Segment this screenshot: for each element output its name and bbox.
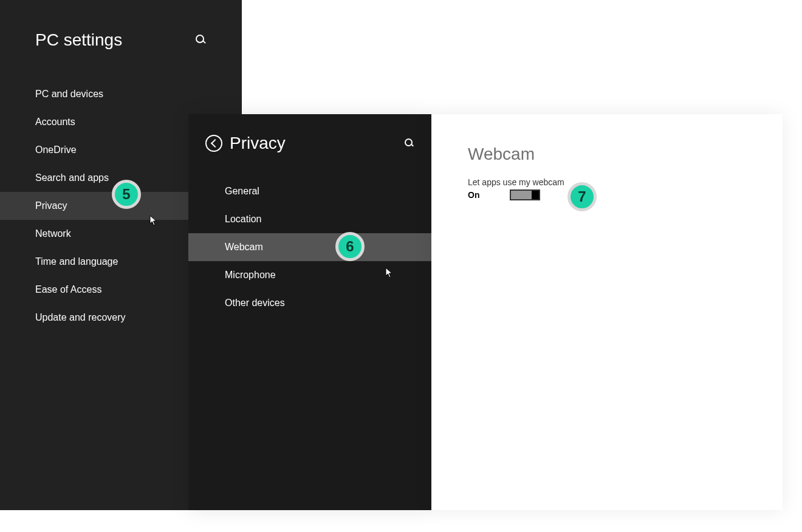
privacy-item-general[interactable]: General [188,177,431,205]
webcam-toggle-switch[interactable] [510,189,540,200]
privacy-item-microphone[interactable]: Microphone [188,261,431,289]
privacy-panel: Privacy General Location Webcam Micropho… [188,114,431,510]
back-icon[interactable] [205,135,222,152]
privacy-item-webcam[interactable]: Webcam [188,233,431,261]
webcam-toggle-state: On [468,190,479,200]
back-arrow-icon [210,139,219,148]
cursor-icon [149,215,158,226]
privacy-item-other-devices[interactable]: Other devices [188,289,431,317]
cursor-icon [385,267,394,278]
annotation-marker-7: 7 [567,182,597,211]
webcam-toggle-knob [532,191,539,199]
privacy-header: Privacy [188,114,431,165]
content-title: Webcam [468,145,746,164]
annotation-marker-6: 6 [335,232,365,261]
sidebar-item-pc-and-devices[interactable]: PC and devices [0,80,242,108]
search-icon[interactable] [196,35,207,46]
sidebar-header: PC settings [0,0,242,68]
content-panel: Webcam Let apps use my webcam On [431,114,783,510]
privacy-nav-list: General Location Webcam Microphone Other… [188,165,431,317]
privacy-title: Privacy [230,134,286,153]
privacy-header-left: Privacy [205,134,286,153]
webcam-toggle-row: On [468,189,746,200]
search-icon[interactable] [405,138,414,148]
annotation-marker-5: 5 [112,180,141,209]
privacy-item-location[interactable]: Location [188,205,431,233]
sidebar-title: PC settings [35,30,122,50]
webcam-setting-label: Let apps use my webcam [468,177,746,187]
